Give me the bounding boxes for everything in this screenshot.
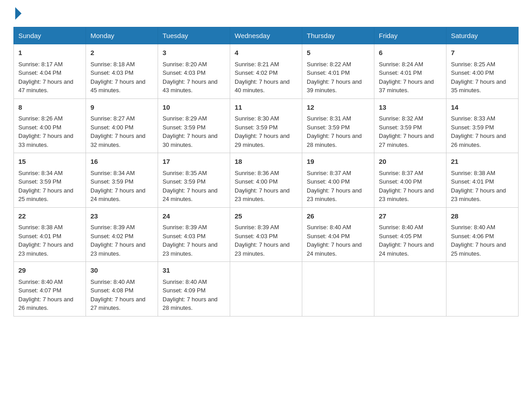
- day-of-week-header: Sunday: [14, 27, 86, 44]
- day-of-week-header: Friday: [374, 27, 446, 44]
- day-number: 30: [90, 265, 153, 276]
- calendar-day-cell: 18Sunrise: 8:36 AMSunset: 4:00 PMDayligh…: [230, 153, 302, 208]
- day-number: 23: [90, 211, 153, 222]
- day-number: 19: [307, 157, 369, 167]
- calendar-day-cell: 30Sunrise: 8:40 AMSunset: 4:08 PMDayligh…: [86, 262, 158, 317]
- day-number: 12: [307, 103, 369, 113]
- day-number: 6: [379, 48, 442, 58]
- calendar-day-cell: 2Sunrise: 8:18 AMSunset: 4:03 PMDaylight…: [86, 44, 158, 99]
- calendar-day-cell: 19Sunrise: 8:37 AMSunset: 4:00 PMDayligh…: [302, 153, 374, 208]
- day-number: 4: [235, 48, 297, 58]
- calendar-day-cell: 16Sunrise: 8:34 AMSunset: 3:59 PMDayligh…: [86, 153, 158, 208]
- calendar-week-row: 15Sunrise: 8:34 AMSunset: 3:59 PMDayligh…: [14, 153, 519, 208]
- calendar-day-cell: 29Sunrise: 8:40 AMSunset: 4:07 PMDayligh…: [14, 262, 86, 317]
- calendar-week-row: 22Sunrise: 8:38 AMSunset: 4:01 PMDayligh…: [14, 207, 519, 262]
- day-number: 21: [451, 157, 514, 167]
- day-number: 20: [379, 157, 442, 167]
- calendar-week-row: 29Sunrise: 8:40 AMSunset: 4:07 PMDayligh…: [14, 262, 519, 317]
- day-number: 26: [307, 211, 369, 222]
- calendar-day-cell: 9Sunrise: 8:27 AMSunset: 4:00 PMDaylight…: [86, 98, 158, 153]
- calendar-table: SundayMondayTuesdayWednesdayThursdayFrid…: [13, 27, 519, 317]
- day-of-week-header: Tuesday: [158, 27, 230, 44]
- day-number: 14: [451, 103, 514, 113]
- day-of-week-header: Monday: [86, 27, 158, 44]
- calendar-day-cell: 8Sunrise: 8:26 AMSunset: 4:00 PMDaylight…: [14, 98, 86, 153]
- day-number: 2: [90, 48, 153, 58]
- calendar-day-cell: 25Sunrise: 8:39 AMSunset: 4:03 PMDayligh…: [230, 207, 302, 262]
- calendar-day-cell: 28Sunrise: 8:40 AMSunset: 4:06 PMDayligh…: [446, 207, 519, 262]
- calendar-day-cell: [230, 262, 302, 317]
- calendar-day-cell: 26Sunrise: 8:40 AMSunset: 4:04 PMDayligh…: [302, 207, 374, 262]
- day-number: 25: [235, 211, 297, 222]
- calendar-day-cell: 13Sunrise: 8:32 AMSunset: 3:59 PMDayligh…: [374, 98, 446, 153]
- day-of-week-header: Wednesday: [230, 27, 302, 44]
- calendar-day-cell: 27Sunrise: 8:40 AMSunset: 4:05 PMDayligh…: [374, 207, 446, 262]
- calendar-day-cell: 15Sunrise: 8:34 AMSunset: 3:59 PMDayligh…: [14, 153, 86, 208]
- calendar-day-cell: 31Sunrise: 8:40 AMSunset: 4:09 PMDayligh…: [158, 262, 230, 317]
- calendar-day-cell: 17Sunrise: 8:35 AMSunset: 3:59 PMDayligh…: [158, 153, 230, 208]
- day-number: 10: [163, 103, 225, 113]
- calendar-day-cell: 22Sunrise: 8:38 AMSunset: 4:01 PMDayligh…: [14, 207, 86, 262]
- calendar-day-cell: 23Sunrise: 8:39 AMSunset: 4:02 PMDayligh…: [86, 207, 158, 262]
- day-number: 16: [90, 157, 153, 167]
- calendar-day-cell: [302, 262, 374, 317]
- logo-arrow-icon: [15, 7, 21, 20]
- calendar-day-cell: 6Sunrise: 8:24 AMSunset: 4:01 PMDaylight…: [374, 44, 446, 99]
- day-number: 3: [163, 48, 225, 58]
- calendar-day-cell: 24Sunrise: 8:39 AMSunset: 4:03 PMDayligh…: [158, 207, 230, 262]
- day-number: 22: [18, 211, 81, 222]
- day-number: 18: [235, 157, 297, 167]
- logo: [13, 9, 21, 18]
- day-number: 1: [18, 48, 81, 58]
- day-number: 17: [163, 157, 225, 167]
- day-number: 13: [379, 103, 442, 113]
- calendar-day-cell: 11Sunrise: 8:30 AMSunset: 3:59 PMDayligh…: [230, 98, 302, 153]
- day-number: 7: [451, 48, 514, 58]
- calendar-week-row: 8Sunrise: 8:26 AMSunset: 4:00 PMDaylight…: [14, 98, 519, 153]
- calendar-day-cell: 14Sunrise: 8:33 AMSunset: 3:59 PMDayligh…: [446, 98, 519, 153]
- calendar-day-cell: 21Sunrise: 8:38 AMSunset: 4:01 PMDayligh…: [446, 153, 519, 208]
- page-header: [13, 9, 519, 18]
- day-of-week-header: Thursday: [302, 27, 374, 44]
- calendar-day-cell: 20Sunrise: 8:37 AMSunset: 4:00 PMDayligh…: [374, 153, 446, 208]
- calendar-day-cell: 1Sunrise: 8:17 AMSunset: 4:04 PMDaylight…: [14, 44, 86, 99]
- day-of-week-header: Saturday: [446, 27, 519, 44]
- calendar-day-cell: 3Sunrise: 8:20 AMSunset: 4:03 PMDaylight…: [158, 44, 230, 99]
- calendar-day-cell: 5Sunrise: 8:22 AMSunset: 4:01 PMDaylight…: [302, 44, 374, 99]
- day-number: 11: [235, 103, 297, 113]
- day-number: 28: [451, 211, 514, 222]
- day-number: 5: [307, 48, 369, 58]
- calendar-day-cell: 12Sunrise: 8:31 AMSunset: 3:59 PMDayligh…: [302, 98, 374, 153]
- day-number: 31: [163, 265, 225, 276]
- day-number: 15: [18, 157, 81, 167]
- calendar-day-cell: 4Sunrise: 8:21 AMSunset: 4:02 PMDaylight…: [230, 44, 302, 99]
- day-number: 24: [163, 211, 225, 222]
- calendar-day-cell: [374, 262, 446, 317]
- day-number: 29: [18, 265, 81, 276]
- calendar-day-cell: [446, 262, 519, 317]
- day-number: 27: [379, 211, 442, 222]
- day-number: 9: [90, 103, 153, 113]
- calendar-day-cell: 10Sunrise: 8:29 AMSunset: 3:59 PMDayligh…: [158, 98, 230, 153]
- calendar-day-cell: 7Sunrise: 8:25 AMSunset: 4:00 PMDaylight…: [446, 44, 519, 99]
- calendar-week-row: 1Sunrise: 8:17 AMSunset: 4:04 PMDaylight…: [14, 44, 519, 99]
- day-number: 8: [18, 103, 81, 113]
